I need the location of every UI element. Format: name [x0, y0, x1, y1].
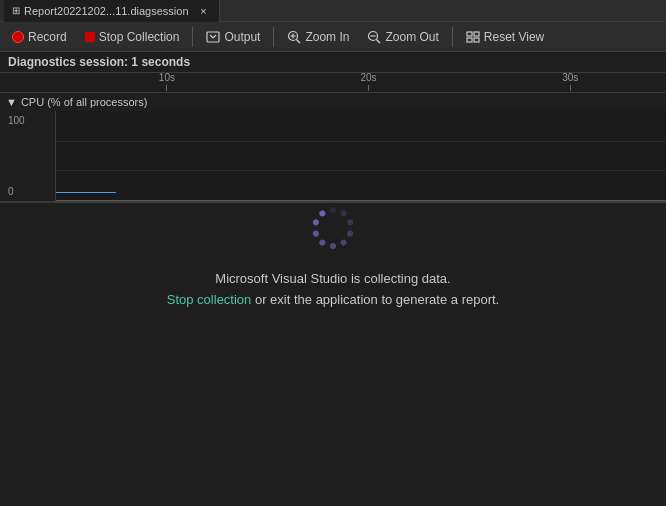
chart-area[interactable] — [55, 111, 666, 201]
y-axis-max: 100 — [8, 115, 51, 126]
svg-rect-0 — [207, 32, 219, 42]
document-icon: ⊞ — [12, 5, 20, 16]
loading-spinner — [308, 203, 358, 253]
status-bar: Diagnostics session: 1 seconds — [0, 52, 666, 73]
zoom-in-icon — [287, 30, 301, 44]
svg-rect-11 — [474, 38, 479, 42]
loading-suffix: or exit the application to generate a re… — [251, 292, 499, 307]
reset-view-button[interactable]: Reset View — [458, 25, 552, 49]
output-label: Output — [224, 30, 260, 44]
svg-line-6 — [377, 39, 381, 43]
toolbar-separator-2 — [273, 27, 274, 47]
chart-y-axis: 100 0 — [0, 111, 55, 201]
timeline-ruler: 10s 20s 30s — [55, 73, 666, 92]
ruler-mark-10s: 10s — [159, 72, 175, 92]
tab-close-button[interactable]: × — [197, 4, 211, 18]
stop-label: Stop Collection — [99, 30, 180, 44]
chart-chevron-icon: ▼ — [6, 96, 17, 108]
zoom-out-button[interactable]: Zoom Out — [359, 25, 446, 49]
output-button[interactable]: Output — [198, 25, 268, 49]
reset-view-icon — [466, 30, 480, 44]
stop-icon — [85, 32, 95, 42]
status-label: Diagnostics session: 1 seconds — [8, 55, 190, 69]
zoom-out-icon — [367, 30, 381, 44]
chart-header: ▼ CPU (% of all processors) — [0, 93, 666, 111]
tab-bar: ⊞ Report20221202...11.diagsession × — [0, 0, 666, 22]
loading-subtext: Stop collection or exit the application … — [167, 290, 499, 311]
svg-rect-8 — [467, 32, 472, 36]
loading-text: Microsoft Visual Studio is collecting da… — [167, 269, 499, 311]
chart-grid-line-1 — [56, 141, 666, 142]
ruler-tick-20s — [368, 85, 369, 91]
timeline-ruler-container: 10s 20s 30s — [0, 73, 666, 93]
stop-collection-link[interactable]: Stop collection — [167, 292, 252, 307]
chart-data-line — [56, 192, 116, 193]
y-axis-min: 0 — [8, 186, 51, 197]
ruler-tick-10s — [166, 85, 167, 91]
chart-body: 100 0 — [0, 111, 666, 201]
diagsession-tab[interactable]: ⊞ Report20221202...11.diagsession × — [4, 0, 220, 22]
toolbar-separator-1 — [192, 27, 193, 47]
ruler-mark-30s: 30s — [562, 72, 578, 92]
svg-line-2 — [297, 39, 301, 43]
ruler-label-10s: 10s — [159, 72, 175, 83]
ruler-label-20s: 20s — [361, 72, 377, 83]
toolbar: Record Stop Collection Output Zoom In Zo… — [0, 22, 666, 52]
record-label: Record — [28, 30, 67, 44]
loading-message: Microsoft Visual Studio is collecting da… — [167, 269, 499, 290]
ruler-mark-20s: 20s — [361, 72, 377, 92]
svg-rect-9 — [474, 32, 479, 36]
reset-view-label: Reset View — [484, 30, 544, 44]
ruler-tick-30s — [570, 85, 571, 91]
chart-title: CPU (% of all processors) — [21, 96, 148, 108]
spinner-container — [308, 203, 358, 253]
record-button[interactable]: Record — [4, 25, 75, 49]
output-icon — [206, 31, 220, 43]
zoom-in-button[interactable]: Zoom In — [279, 25, 357, 49]
loading-area: Microsoft Visual Studio is collecting da… — [0, 203, 666, 311]
chart-baseline — [56, 200, 666, 201]
svg-rect-10 — [467, 38, 472, 42]
toolbar-separator-3 — [452, 27, 453, 47]
zoom-in-label: Zoom In — [305, 30, 349, 44]
tab-label: Report20221202...11.diagsession — [24, 5, 189, 17]
chart-grid-line-2 — [56, 170, 666, 171]
stop-collection-button[interactable]: Stop Collection — [77, 25, 188, 49]
ruler-label-30s: 30s — [562, 72, 578, 83]
record-icon — [12, 31, 24, 43]
zoom-out-label: Zoom Out — [385, 30, 438, 44]
cpu-chart-section: ▼ CPU (% of all processors) 100 0 — [0, 93, 666, 203]
